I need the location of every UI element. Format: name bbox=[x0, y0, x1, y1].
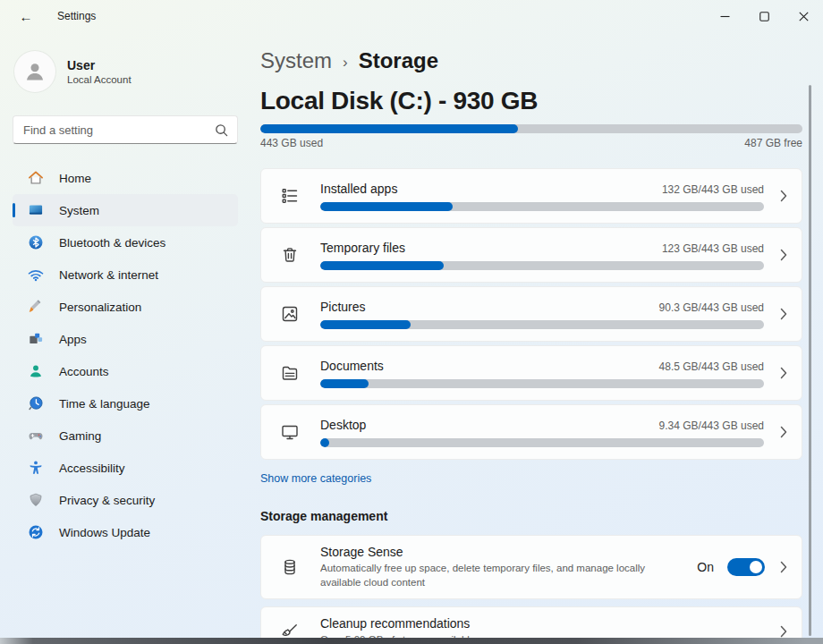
storage-sense-controls: On bbox=[697, 558, 787, 576]
avatar bbox=[14, 51, 55, 92]
chevron-right-icon bbox=[780, 190, 787, 202]
category-title: Installed apps bbox=[320, 182, 397, 196]
category-usage-bar bbox=[320, 261, 764, 270]
user-account-row[interactable]: User Local Account bbox=[13, 39, 238, 97]
category-title: Documents bbox=[320, 359, 384, 373]
sidebar-item-label: Time & language bbox=[59, 397, 150, 411]
disk-usage-bar bbox=[260, 124, 802, 133]
sidebar-item-apps[interactable]: Apps bbox=[13, 323, 238, 355]
system-icon bbox=[27, 201, 45, 219]
category-title: Desktop bbox=[320, 418, 366, 432]
category-usage: 123 GB/443 GB used bbox=[662, 242, 764, 255]
sidebar-item-label: Accounts bbox=[59, 365, 109, 378]
temporary-files-icon bbox=[279, 244, 301, 266]
disk-free-label: 487 GB free bbox=[744, 137, 802, 149]
category-row-pictures[interactable]: Pictures 90.3 GB/443 GB used bbox=[260, 286, 802, 342]
accounts-icon bbox=[27, 362, 45, 380]
category-usage-bar bbox=[320, 438, 764, 447]
show-more-categories-link[interactable]: Show more categories bbox=[260, 472, 371, 485]
bluetooth-icon bbox=[27, 233, 45, 251]
breadcrumb-current: Storage bbox=[359, 48, 438, 73]
titlebar: ← Settings bbox=[0, 0, 823, 32]
sidebar-item-personalization[interactable]: Personalization bbox=[13, 291, 238, 323]
category-usage: 48.5 GB/443 GB used bbox=[659, 360, 764, 373]
windows-update-icon bbox=[27, 523, 45, 541]
settings-window: ← Settings bbox=[0, 0, 823, 644]
sidebar-item-gaming[interactable]: Gaming bbox=[13, 419, 238, 452]
sidebar-item-privacy-security[interactable]: Privacy & security bbox=[13, 484, 238, 516]
breadcrumb-separator-icon: › bbox=[343, 51, 348, 72]
user-name: User bbox=[67, 58, 132, 73]
sidebar-item-windows-update[interactable]: Windows Update bbox=[13, 516, 238, 548]
sidebar-item-label: Gaming bbox=[59, 429, 101, 443]
category-usage: 132 GB/443 GB used bbox=[662, 183, 764, 196]
storage-sense-icon bbox=[279, 556, 301, 578]
vertical-scrollbar[interactable] bbox=[809, 85, 811, 636]
selected-indicator bbox=[13, 203, 15, 217]
category-usage-fill bbox=[320, 202, 453, 211]
back-arrow-icon: ← bbox=[20, 9, 33, 24]
chevron-right-icon bbox=[780, 308, 787, 320]
documents-icon bbox=[279, 362, 301, 384]
toggle-knob bbox=[750, 561, 762, 573]
back-button[interactable]: ← bbox=[13, 4, 39, 28]
toggle-state-label: On bbox=[697, 560, 714, 574]
sidebar-item-label: Bluetooth & devices bbox=[59, 236, 165, 250]
sidebar-nav: Home System bbox=[13, 162, 238, 548]
breadcrumb-parent[interactable]: System bbox=[260, 48, 332, 73]
window-title: Settings bbox=[57, 10, 96, 22]
cleanup-title: Cleanup recommendations bbox=[320, 616, 764, 631]
minimize-button[interactable] bbox=[705, 0, 744, 32]
category-usage: 90.3 GB/443 GB used bbox=[659, 301, 764, 314]
category-row-desktop[interactable]: Desktop 9.34 GB/443 GB used bbox=[260, 404, 802, 460]
sidebar-item-label: Accessibility bbox=[59, 462, 125, 475]
sidebar-item-bluetooth-devices[interactable]: Bluetooth & devices bbox=[13, 226, 238, 258]
network-icon bbox=[27, 266, 45, 284]
chevron-right-icon bbox=[780, 426, 787, 438]
search-input[interactable] bbox=[23, 123, 208, 137]
chevron-right-icon bbox=[780, 625, 787, 638]
close-icon bbox=[799, 12, 809, 21]
sidebar-item-network-internet[interactable]: Network & internet bbox=[13, 258, 238, 291]
chevron-right-icon bbox=[780, 249, 787, 261]
storage-sense-row[interactable]: Storage Sense Automatically free up spac… bbox=[260, 535, 802, 599]
sidebar-item-accessibility[interactable]: Accessibility bbox=[13, 452, 238, 484]
disk-usage-labels: 443 GB used 487 GB free bbox=[260, 137, 802, 149]
category-usage-bar bbox=[320, 320, 764, 329]
avatar-person-icon bbox=[21, 58, 48, 85]
sidebar-item-system[interactable]: System bbox=[13, 194, 238, 226]
storage-management-header: Storage management bbox=[260, 509, 802, 523]
category-row-documents[interactable]: Documents 48.5 GB/443 GB used bbox=[260, 345, 802, 401]
category-usage-bar bbox=[320, 379, 764, 388]
maximize-button[interactable] bbox=[744, 0, 784, 32]
privacy-security-icon bbox=[27, 491, 45, 509]
category-usage-fill bbox=[320, 438, 329, 447]
close-button[interactable] bbox=[784, 0, 823, 32]
window-controls bbox=[705, 0, 823, 32]
pictures-icon bbox=[279, 303, 301, 325]
category-title: Temporary files bbox=[320, 241, 405, 255]
home-icon bbox=[27, 169, 45, 187]
category-usage-bar bbox=[320, 202, 764, 211]
sidebar-item-home[interactable]: Home bbox=[13, 162, 238, 194]
sidebar-item-label: Apps bbox=[59, 333, 87, 346]
chevron-right-icon bbox=[780, 367, 787, 379]
sidebar-item-label: Home bbox=[59, 172, 91, 185]
minimize-icon bbox=[720, 12, 730, 21]
category-row-installed-apps[interactable]: Installed apps 132 GB/443 GB used bbox=[260, 168, 802, 224]
category-usage: 9.34 GB/443 GB used bbox=[659, 419, 764, 432]
category-title: Pictures bbox=[320, 300, 366, 314]
sidebar-item-label: Network & internet bbox=[59, 268, 158, 282]
disk-usage-fill bbox=[260, 124, 518, 133]
sidebar-item-accounts[interactable]: Accounts bbox=[13, 355, 238, 387]
storage-sense-description: Automatically free up space, delete temp… bbox=[320, 562, 688, 589]
storage-sense-title: Storage Sense bbox=[320, 545, 688, 559]
storage-sense-toggle[interactable] bbox=[727, 558, 765, 576]
sidebar-item-label: System bbox=[59, 204, 99, 217]
maximize-icon bbox=[759, 12, 769, 21]
search-icon bbox=[214, 123, 229, 138]
category-row-temporary-files[interactable]: Temporary files 123 GB/443 GB used bbox=[260, 227, 802, 283]
main-content: System › Storage Local Disk (C:) - 930 G… bbox=[250, 32, 823, 638]
sidebar-item-time-language[interactable]: Time & language bbox=[13, 387, 238, 419]
category-usage-fill bbox=[320, 320, 411, 329]
